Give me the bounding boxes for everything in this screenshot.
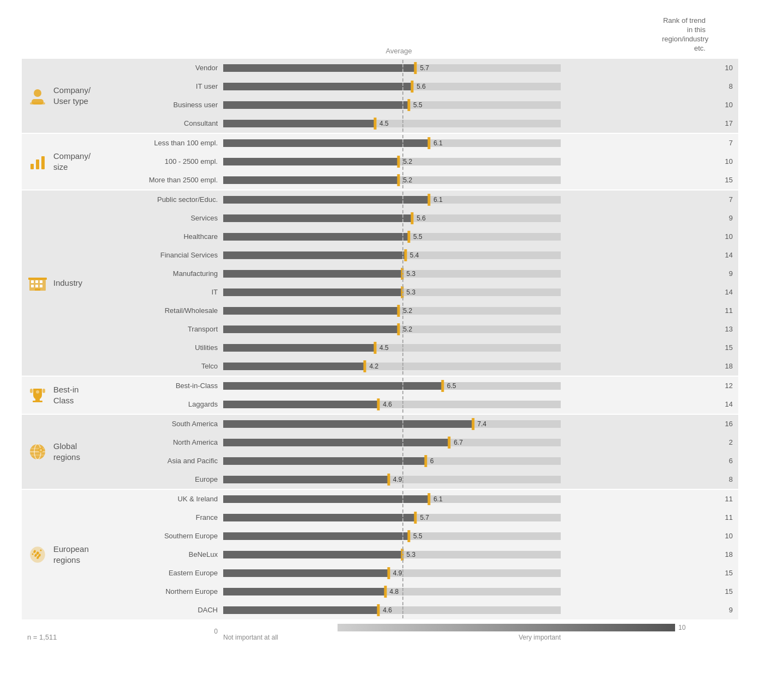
bar-value-label: 7.4: [477, 420, 487, 428]
bar-marker: [387, 474, 390, 486]
bar-fill: [223, 439, 449, 446]
bar-area: 5.6: [223, 209, 695, 228]
section-label-company-user-type: Company/ User type: [53, 85, 90, 106]
svg-rect-17: [35, 397, 40, 401]
bar-fill: [223, 495, 429, 503]
rank-col: 10: [695, 532, 738, 540]
row-label: Retail/Wholesale: [109, 306, 223, 315]
bar-value-label: 4.5: [379, 344, 389, 352]
rank-col: 14: [695, 251, 738, 259]
bar-area: 5.2: [223, 152, 695, 171]
section-icon-area-company-user-type: Company/ User type: [22, 59, 109, 133]
bar-area: 4.6: [223, 395, 695, 414]
rank-col: 8: [695, 475, 738, 483]
rank-col: 10: [695, 101, 738, 109]
bar-fill: [223, 606, 378, 614]
bar-track: 6.1: [223, 139, 561, 147]
axis-text-labels: Not important at all Very important: [223, 631, 561, 641]
row-label: More than 2500 empl.: [109, 176, 223, 184]
axis-max-label: 10: [678, 624, 685, 631]
average-dashed-line: [402, 172, 403, 188]
bar-area: 6: [223, 452, 695, 470]
row-label: Less than 100 empl.: [109, 139, 223, 147]
svg-point-26: [40, 449, 42, 451]
bar-value-label: 5.4: [410, 251, 419, 259]
bar-area: 4.8: [223, 582, 695, 601]
row-label: Europe: [109, 475, 223, 483]
data-row: Northern Europe4.815: [109, 582, 738, 601]
row-label: South America: [109, 420, 223, 428]
section-icon-area-industry: Industry: [22, 191, 109, 376]
bar-value-label: 5.6: [416, 83, 426, 90]
data-row: Services5.69: [109, 209, 738, 228]
bar-track: 4.2: [223, 363, 561, 370]
bar-value-label: 4.9: [393, 476, 402, 483]
bar-marker: [408, 231, 410, 243]
bar-track: 4.8: [223, 588, 561, 595]
rank-col: 2: [695, 438, 738, 446]
bar-area: 5.4: [223, 246, 695, 265]
bar-marker: [397, 174, 400, 186]
not-important-label: Not important at all: [223, 634, 278, 641]
bar-track: 6.1: [223, 196, 561, 204]
europe-icon: [27, 544, 48, 565]
section-icon-area-european-regions: European regions: [22, 490, 109, 619]
section-icon-area-best-in-class: Best-in Class: [22, 377, 109, 414]
bar-fill: [223, 326, 399, 333]
data-row: Utilities4.515: [109, 339, 738, 357]
chart-container: Rank of trend in this region/industry et…: [0, 0, 760, 674]
average-dashed-line: [402, 135, 403, 151]
rank-col: 16: [695, 420, 738, 428]
bar-fill: [223, 476, 389, 483]
bar-value-label: 5.5: [413, 101, 422, 109]
average-dashed-line: [402, 284, 403, 300]
rank-col: 13: [695, 325, 738, 333]
rank-col: 15: [695, 176, 738, 184]
chart-icon: [27, 151, 48, 172]
bar-area: 5.5: [223, 96, 695, 114]
row-label: BeNeLux: [109, 550, 223, 558]
bar-track: 5.7: [223, 64, 561, 72]
row-label: Services: [109, 214, 223, 222]
bar-area: 4.5: [223, 114, 695, 133]
bar-marker: [374, 118, 377, 130]
chart-footer: n = 1,511 0 10 Not important at all Very…: [22, 624, 738, 641]
data-row: Asia and Pacific66: [109, 452, 738, 470]
data-row: Public sector/Educ.6.17: [109, 191, 738, 209]
bar-area: 6.1: [223, 191, 695, 209]
row-label: Financial Services: [109, 251, 223, 259]
row-label: Manufacturing: [109, 269, 223, 278]
rank-col: 7: [695, 139, 738, 147]
bar-area: 5.5: [223, 228, 695, 246]
row-label: 100 - 2500 empl.: [109, 157, 223, 165]
bar-value-label: 5.7: [420, 514, 429, 521]
rank-col: 15: [695, 587, 738, 595]
svg-rect-2: [30, 102, 45, 105]
bar-track: 6.1: [223, 495, 561, 503]
rank-col: 10: [695, 232, 738, 241]
bar-fill: [223, 83, 412, 90]
bar-fill: [223, 288, 402, 296]
very-important-label: Very important: [519, 634, 561, 641]
section-label-european-regions: European regions: [53, 544, 89, 565]
bar-track: 7.4: [223, 420, 561, 428]
data-row: 100 - 2500 empl.5.210: [109, 152, 738, 171]
average-dashed-line: [402, 210, 403, 226]
bar-value-label: 5.3: [407, 270, 416, 278]
average-dashed-line: [402, 565, 403, 581]
bar-value-label: 5.3: [407, 288, 416, 296]
row-label: Business user: [109, 101, 223, 109]
average-dashed-line: [402, 471, 403, 488]
rank-col: 11: [695, 495, 738, 503]
row-label: North America: [109, 438, 223, 446]
bar-area: 5.3: [223, 545, 695, 564]
bar-marker: [442, 380, 444, 392]
bar-area: 5.6: [223, 77, 695, 96]
bar-value-label: 5.7: [420, 64, 429, 72]
data-row: Less than 100 empl.6.17: [109, 134, 738, 152]
bar-marker: [384, 586, 387, 598]
bar-track: 5.6: [223, 83, 561, 90]
bar-marker: [448, 437, 451, 449]
bar-value-label: 4.9: [393, 569, 402, 577]
rank-col: 7: [695, 195, 738, 204]
